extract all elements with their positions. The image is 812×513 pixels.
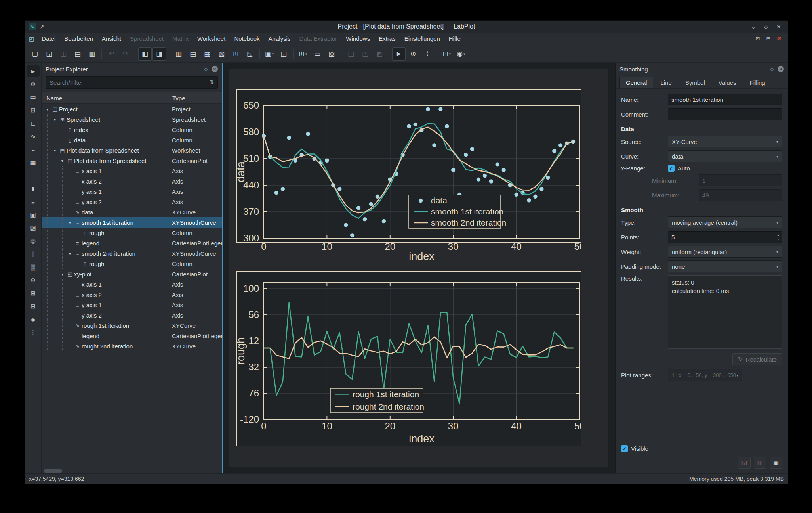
- zoom-out-tool[interactable]: ⊟: [27, 301, 40, 312]
- add-text-label-button[interactable]: ▭: [311, 47, 324, 61]
- float-panel-icon[interactable]: ◇: [770, 66, 774, 72]
- tree-row-y-axis-2[interactable]: ∟y axis 2Axis: [42, 197, 222, 207]
- add-reference-line-tool[interactable]: ∣: [27, 248, 40, 260]
- column-header-type[interactable]: Type: [169, 92, 222, 103]
- plot-data-from-spreadsheet-chart[interactable]: 01020304050300370440510580650indexdatada…: [236, 89, 581, 262]
- add-boxplot-tool[interactable]: ▯: [27, 170, 40, 182]
- points-field[interactable]: [668, 231, 782, 243]
- tree-row-x-axis-2[interactable]: ∟x axis 2Axis: [42, 176, 222, 186]
- tree-row-data[interactable]: ∿dataXYCurve: [42, 207, 222, 217]
- tree-row-xy-plot[interactable]: ▾◰xy-plotCartesianPlot: [42, 269, 222, 279]
- tab-line[interactable]: Line: [654, 77, 678, 88]
- tree-row-plot-data-from-spreadsheet[interactable]: ▾▤Plot data from SpreadsheetWorksheet: [42, 145, 222, 155]
- column-header-name[interactable]: Name: [42, 95, 169, 101]
- close-panel-icon[interactable]: ✕: [212, 66, 218, 72]
- filter-options-icon[interactable]: ⇅: [210, 79, 214, 85]
- tree-row-data[interactable]: ▯dataColumn: [42, 135, 222, 145]
- comment-field[interactable]: [668, 108, 782, 120]
- print-button[interactable]: ▤: [71, 47, 84, 61]
- tree-row-rought-2nd-iteration[interactable]: ∿rought 2nd iterationXYCurve: [42, 341, 222, 351]
- tree-row-rough[interactable]: ▯roughColumn: [42, 228, 222, 238]
- add-histogram-tool[interactable]: ▦: [27, 157, 40, 168]
- menu-analysis[interactable]: Analysis: [264, 33, 295, 45]
- expander-icon[interactable]: ▾: [59, 159, 66, 163]
- curve-select[interactable]: data ▾: [668, 150, 782, 162]
- horizontal-layout-button[interactable]: ▤: [186, 47, 200, 61]
- tab-values[interactable]: Values: [712, 77, 743, 88]
- menu-hilfe[interactable]: Hilfe: [444, 33, 465, 45]
- close-panel-icon[interactable]: ✕: [778, 66, 784, 72]
- zoom-mode-dropdown[interactable]: ⊡▾: [440, 47, 454, 61]
- tree-column-headers[interactable]: Name Type: [42, 92, 222, 104]
- points-stepper[interactable]: ▴ ▾: [668, 231, 782, 243]
- more-tools[interactable]: ⋮: [27, 327, 40, 339]
- tree-row-y-axis-2[interactable]: ∟y axis 2Axis: [42, 310, 222, 320]
- tab-filling[interactable]: Filling: [743, 77, 772, 88]
- padding-mode-select[interactable]: none ▾: [668, 260, 782, 272]
- toggle-project-explorer-button[interactable]: ◧: [138, 47, 152, 61]
- smooth-type-select[interactable]: moving average (central) ▾: [668, 216, 782, 228]
- tree-row-y-axis-1[interactable]: ∟y axis 1Axis: [42, 186, 222, 197]
- add-custom-point-tool[interactable]: ⊙: [27, 274, 40, 286]
- zoom-in-tool[interactable]: ⊞: [27, 287, 40, 299]
- tab-symbol[interactable]: Symbol: [679, 77, 711, 88]
- grid-layout-button[interactable]: ▦: [200, 47, 214, 61]
- menu-notebook[interactable]: Notebook: [230, 33, 264, 45]
- expander-icon[interactable]: ▾: [44, 107, 51, 111]
- load-template-button[interactable]: ◲: [738, 457, 751, 469]
- erase-button[interactable]: ◺: [243, 47, 257, 61]
- add-reference-range-tool[interactable]: ▒: [27, 261, 40, 273]
- add-legend-tool[interactable]: ≡: [27, 196, 40, 208]
- search-input[interactable]: [46, 76, 218, 89]
- float-panel-icon[interactable]: ◇: [204, 66, 208, 72]
- add-plot-dropdown[interactable]: ⊞▾: [296, 47, 310, 61]
- weight-select[interactable]: uniform (rectangular) ▾: [668, 246, 782, 258]
- crosshair-tool[interactable]: ⊕: [27, 78, 40, 90]
- navigate-mode-button[interactable]: ⊹: [421, 47, 434, 61]
- worksheet-page[interactable]: 01020304050300370440510580650indexdatada…: [229, 69, 608, 467]
- scrollbar-thumb[interactable]: [44, 469, 62, 473]
- auto-checkbox[interactable]: ✓: [668, 165, 675, 172]
- horizontal-scrollbar[interactable]: [42, 469, 222, 473]
- menu-bearbeiten[interactable]: Bearbeiten: [60, 33, 97, 45]
- add-axis-tool[interactable]: ∟: [27, 117, 40, 129]
- add-xy-curve-tool[interactable]: ∿: [27, 130, 40, 142]
- tab-general[interactable]: General: [619, 77, 653, 88]
- select-region-tool[interactable]: ▭: [27, 91, 40, 103]
- fit-selection-button[interactable]: ⊞: [229, 47, 242, 61]
- add-image-button[interactable]: ▨: [325, 47, 338, 61]
- menu-extras[interactable]: Extras: [374, 33, 400, 45]
- restore-subwindow-button[interactable]: ⊡: [754, 35, 762, 43]
- tree-row-x-axis-1[interactable]: ∟x axis 1Axis: [42, 279, 222, 289]
- add-bar-plot-tool[interactable]: ▮: [27, 183, 40, 195]
- minimize-subwindow-button[interactable]: ⊟: [764, 35, 772, 43]
- visible-checkbox[interactable]: ✓: [621, 445, 628, 452]
- menu-datei[interactable]: Datei: [37, 33, 60, 45]
- expander-icon[interactable]: ▾: [51, 148, 58, 153]
- maximize-button[interactable]: ◇: [761, 22, 771, 31]
- tree-row-index[interactable]: ▯indexColumn: [42, 124, 222, 135]
- menu-windows[interactable]: Windows: [341, 33, 374, 45]
- vertical-layout-button[interactable]: ▥: [172, 47, 185, 61]
- menu-worksheet[interactable]: Worksheet: [193, 33, 230, 45]
- xy-plot-rough-chart[interactable]: 01020304050-120-76-321256100indexroughro…: [236, 271, 581, 446]
- select-mode-button[interactable]: ►: [392, 47, 406, 61]
- new-project-button[interactable]: ▢: [28, 47, 42, 61]
- spin-up-icon[interactable]: ▴: [777, 233, 779, 237]
- tree-row-legend[interactable]: ≡legendCartesianPlotLegend: [42, 331, 222, 341]
- print-preview-button[interactable]: ▥: [85, 47, 99, 61]
- tree-row-plot-data-from-spreadsheet[interactable]: ▾◰Plot data from SpreadsheetCartesianPlo…: [42, 155, 222, 166]
- apply-template-button[interactable]: ▣: [770, 457, 782, 469]
- add-image-tool[interactable]: ▨: [27, 222, 40, 234]
- export-worksheet-button[interactable]: ◲: [277, 47, 290, 61]
- zoom-select-tool[interactable]: ⊡: [27, 104, 40, 116]
- minimize-button[interactable]: ⌄: [748, 22, 759, 31]
- expander-icon[interactable]: ▾: [51, 117, 58, 122]
- menu-ansicht[interactable]: Ansicht: [97, 33, 126, 45]
- menu-einstellungen[interactable]: Einstellungen: [400, 33, 444, 45]
- source-select[interactable]: XY-Curve ▾: [668, 136, 782, 147]
- recalculate-button[interactable]: ↻ Recalculate: [732, 353, 782, 365]
- tree-row-smooth-1st-iteration[interactable]: ▾≈smooth 1st iterationXYSmoothCurve: [42, 217, 222, 228]
- break-layout-button[interactable]: ▧: [215, 47, 228, 61]
- spin-down-icon[interactable]: ▾: [777, 237, 779, 241]
